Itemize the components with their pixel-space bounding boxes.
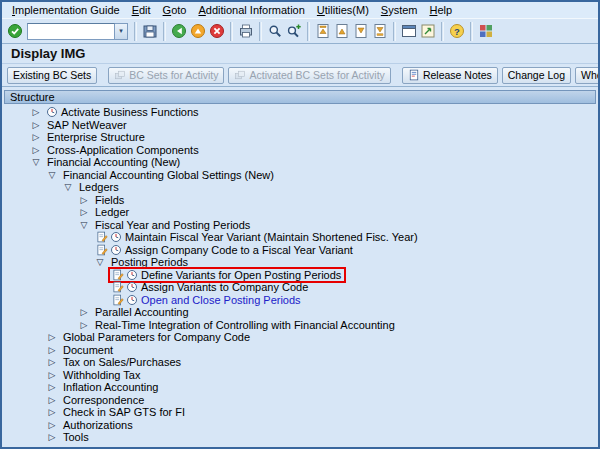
tree-item-maintain-fiscal-year-variant-maintain-shortened-fisc-year[interactable]: Maintain Fiscal Year Variant (Maintain S… <box>4 231 596 244</box>
tree-item-fiscal-year-and-posting-periods[interactable]: ▽Fiscal Year and Posting Periods <box>4 219 596 232</box>
tree-item-label[interactable]: Open and Close Posting Periods <box>140 294 302 306</box>
last-page-icon[interactable] <box>371 22 389 40</box>
tree-item-label[interactable]: Ledger <box>94 206 130 218</box>
tree-item-assign-company-code-to-a-fiscal-year-variant[interactable]: Assign Company Code to a Fiscal Year Var… <box>4 244 596 257</box>
collapse-arrow-icon[interactable]: ▽ <box>46 169 58 181</box>
existing-bc-sets-button[interactable]: Existing BC Sets <box>7 67 97 84</box>
save-icon[interactable] <box>141 22 159 40</box>
command-dropdown-icon[interactable]: ▾ <box>115 23 128 40</box>
tree-item-label[interactable]: Enterprise Structure <box>46 131 146 143</box>
menu-implementation-guide[interactable]: Implementation Guide <box>6 3 126 18</box>
tree-item-authorizations[interactable]: ▷Authorizations <box>4 419 596 432</box>
tree-item-label[interactable]: Fields <box>94 194 125 206</box>
execute-clock-icon[interactable] <box>110 231 122 243</box>
tree-item-real-time-integration-of-controlling-with-financial-accounting[interactable]: ▷Real-Time Integration of Controlling wi… <box>4 319 596 332</box>
execute-clock-icon[interactable] <box>126 269 138 281</box>
customize-layout-icon[interactable] <box>477 22 495 40</box>
tree-item-ledger[interactable]: ▷Ledger <box>4 206 596 219</box>
change-log-button[interactable]: Change Log <box>502 67 571 84</box>
collapse-arrow-icon[interactable]: ▽ <box>94 256 106 268</box>
expand-arrow-icon[interactable]: ▷ <box>46 381 58 393</box>
tree-item-global-parameters-for-company-code[interactable]: ▷Global Parameters for Company Code <box>4 331 596 344</box>
tree-item-tools[interactable]: ▷Tools <box>4 431 596 444</box>
tree-item-parallel-accounting[interactable]: ▷Parallel Accounting <box>4 306 596 319</box>
execute-clock-icon[interactable] <box>126 281 138 293</box>
menu-help[interactable]: Help <box>424 3 459 18</box>
tree-item-label[interactable]: Authorizations <box>62 419 134 431</box>
tree-item-label[interactable]: Document <box>62 344 114 356</box>
tree-item-financial-accounting-new[interactable]: ▽Financial Accounting (New) <box>4 156 596 169</box>
expand-arrow-icon[interactable]: ▷ <box>46 406 58 418</box>
tree-item-label[interactable]: Ledgers <box>78 181 120 193</box>
tree-item-label[interactable]: Maintain Fiscal Year Variant (Maintain S… <box>124 231 419 243</box>
menu-utilities-m[interactable]: Utilities(M) <box>311 3 375 18</box>
tree-item-ledgers[interactable]: ▽Ledgers <box>4 181 596 194</box>
print-icon[interactable] <box>237 22 255 40</box>
tree-item-fields[interactable]: ▷Fields <box>4 194 596 207</box>
tree-item-label[interactable]: Fiscal Year and Posting Periods <box>94 219 251 231</box>
first-page-icon[interactable] <box>314 22 332 40</box>
tree-item-label[interactable]: Inflation Accounting <box>62 381 159 393</box>
previous-page-icon[interactable] <box>333 22 351 40</box>
bc-sets-for-activity-button[interactable]: BC Sets for Activity <box>108 67 224 84</box>
expand-arrow-icon[interactable]: ▷ <box>30 144 42 156</box>
exit-icon[interactable] <box>189 22 207 40</box>
tree-item-label[interactable]: Withholding Tax <box>62 369 141 381</box>
cancel-icon[interactable] <box>208 22 226 40</box>
tree-item-label[interactable]: Assign Variants to Company Code <box>140 281 309 293</box>
activity-doc-icon[interactable] <box>112 281 124 293</box>
activity-doc-icon[interactable] <box>96 244 108 256</box>
activity-doc-icon[interactable] <box>112 294 124 306</box>
release-notes-button[interactable]: Release Notes <box>402 67 498 84</box>
tree-item-label[interactable]: Financial Accounting Global Settings (Ne… <box>62 169 275 181</box>
execute-clock-icon[interactable] <box>126 294 138 306</box>
tree-item-cross-application-components[interactable]: ▷Cross-Application Components <box>4 144 596 157</box>
tree-item-label[interactable]: Correspondence <box>62 394 145 406</box>
collapse-arrow-icon[interactable]: ▽ <box>78 219 90 231</box>
find-next-icon[interactable] <box>285 22 303 40</box>
menu-edit[interactable]: Edit <box>126 3 157 18</box>
tree-item-label[interactable]: Define Variants for Open Posting Periods <box>140 269 342 281</box>
back-icon[interactable] <box>170 22 188 40</box>
tree-item-assign-variants-to-company-code[interactable]: Assign Variants to Company Code <box>4 281 596 294</box>
tree-item-label[interactable]: Parallel Accounting <box>94 306 190 318</box>
expand-arrow-icon[interactable]: ▷ <box>46 419 58 431</box>
execute-clock-icon[interactable] <box>110 244 122 256</box>
expand-arrow-icon[interactable]: ▷ <box>46 431 58 443</box>
expand-arrow-icon[interactable]: ▷ <box>78 306 90 318</box>
next-page-icon[interactable] <box>352 22 370 40</box>
tree-item-posting-periods[interactable]: ▽Posting Periods <box>4 256 596 269</box>
tree-item-tax-on-sales-purchases[interactable]: ▷Tax on Sales/Purchases <box>4 356 596 369</box>
expand-arrow-icon[interactable]: ▷ <box>30 106 42 118</box>
tree-item-label[interactable]: SAP NetWeaver <box>46 119 128 131</box>
expand-arrow-icon[interactable]: ▷ <box>46 331 58 343</box>
find-icon[interactable] <box>266 22 284 40</box>
tree-item-check-in-sap-gts-for-fi[interactable]: ▷Check in SAP GTS for FI <box>4 406 596 419</box>
activated-bc-sets-for-activity-button[interactable]: Activated BC Sets for Activity <box>228 67 390 84</box>
enter-icon[interactable] <box>6 22 24 40</box>
tree-item-label[interactable]: Assign Company Code to a Fiscal Year Var… <box>124 244 354 256</box>
tree-item-label[interactable]: Financial Accounting (New) <box>46 156 181 168</box>
expand-arrow-icon[interactable]: ▷ <box>46 356 58 368</box>
help-icon[interactable]: ? <box>448 22 466 40</box>
activity-doc-icon[interactable] <box>112 269 124 281</box>
expand-arrow-icon[interactable]: ▷ <box>46 394 58 406</box>
tree-item-label[interactable]: Cross-Application Components <box>46 144 200 156</box>
tree-item-financial-accounting-global-settings-new[interactable]: ▽Financial Accounting Global Settings (N… <box>4 169 596 182</box>
tree-item-document[interactable]: ▷Document <box>4 344 596 357</box>
tree-item-label[interactable]: Posting Periods <box>110 256 189 268</box>
tree-item-define-variants-for-open-posting-periods[interactable]: Define Variants for Open Posting Periods <box>4 269 596 282</box>
tree-item-label[interactable]: Real-Time Integration of Controlling wit… <box>94 319 396 331</box>
expand-arrow-icon[interactable]: ▷ <box>78 206 90 218</box>
create-shortcut-icon[interactable] <box>419 22 437 40</box>
tree-item-label[interactable]: Tools <box>62 431 90 443</box>
tree-item-correspondence[interactable]: ▷Correspondence <box>4 394 596 407</box>
tree-item-label[interactable]: Check in SAP GTS for FI <box>62 406 186 418</box>
activity-doc-icon[interactable] <box>96 231 108 243</box>
tree-item-sap-netweaver[interactable]: ▷SAP NetWeaver <box>4 119 596 132</box>
menu-additional-information[interactable]: Additional Information <box>192 3 310 18</box>
expand-arrow-icon[interactable]: ▷ <box>30 119 42 131</box>
expand-arrow-icon[interactable]: ▷ <box>78 194 90 206</box>
tree-item-inflation-accounting[interactable]: ▷Inflation Accounting <box>4 381 596 394</box>
menu-goto[interactable]: Goto <box>157 3 193 18</box>
